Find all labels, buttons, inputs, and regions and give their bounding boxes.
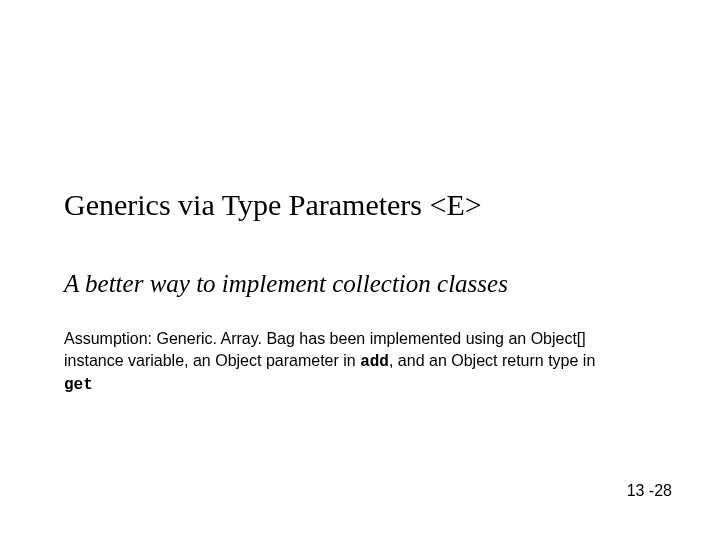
slide-subtitle: A better way to implement collection cla… bbox=[64, 268, 664, 299]
slide: Generics via Type Parameters <E> A bette… bbox=[0, 0, 720, 540]
code-get: get bbox=[64, 376, 93, 394]
slide-body: Assumption: Generic. Array. Bag has been… bbox=[64, 328, 624, 397]
slide-title: Generics via Type Parameters <E> bbox=[64, 188, 664, 223]
page-number: 13 -28 bbox=[627, 482, 672, 500]
assumption-text-2: , and an Object return type in bbox=[389, 352, 595, 369]
code-add: add bbox=[360, 353, 389, 371]
